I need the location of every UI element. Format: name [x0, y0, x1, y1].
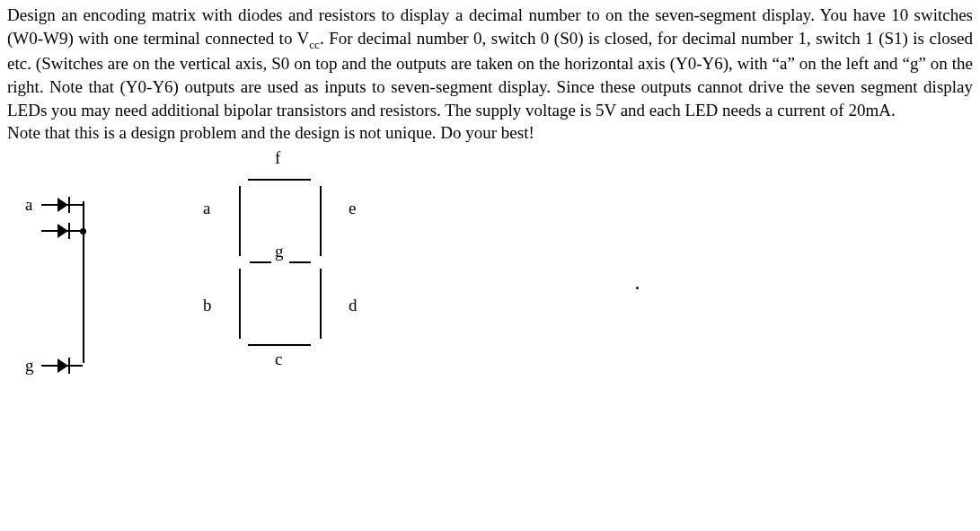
seg-label-f: f [275, 146, 280, 170]
diode-label-a: a [25, 193, 41, 217]
problem-note: Note that this is a design problem and t… [7, 121, 973, 145]
seg-label-e: e [349, 197, 356, 220]
seg-label-g: g [275, 240, 284, 263]
segment-g-right [289, 261, 311, 263]
segment-c [248, 344, 311, 346]
problem-statement: Design an encoding matrix with diodes an… [7, 4, 973, 145]
diode-symbol-g [41, 357, 83, 375]
diode-symbol-1 [41, 196, 83, 214]
diode-symbol-2 [41, 222, 83, 240]
segment-b [239, 269, 241, 339]
seg-label-b: b [203, 294, 212, 317]
diode-row-g: g [25, 354, 83, 377]
stray-mark [636, 287, 639, 289]
diode-label-g: g [25, 354, 41, 377]
segment-g-left [250, 261, 271, 263]
segment-a [239, 186, 241, 256]
diode-matrix-figure: a g [25, 188, 124, 412]
seg-label-a: a [203, 197, 210, 220]
vcc-subscript: cc [309, 37, 320, 50]
seg-label-c: c [275, 348, 282, 371]
segment-e [320, 186, 322, 256]
spacer [429, 152, 699, 332]
diode-row-2 [25, 222, 83, 240]
segment-d [320, 269, 322, 339]
diode-bus-line [83, 201, 84, 363]
segment-f [248, 179, 311, 181]
seven-segment-figure: f a b e d g c [160, 152, 393, 385]
seg-label-d: d [349, 294, 358, 317]
junction-dot [80, 228, 86, 235]
figures-container: a g [7, 152, 973, 412]
diode-row-a: a [25, 193, 83, 217]
